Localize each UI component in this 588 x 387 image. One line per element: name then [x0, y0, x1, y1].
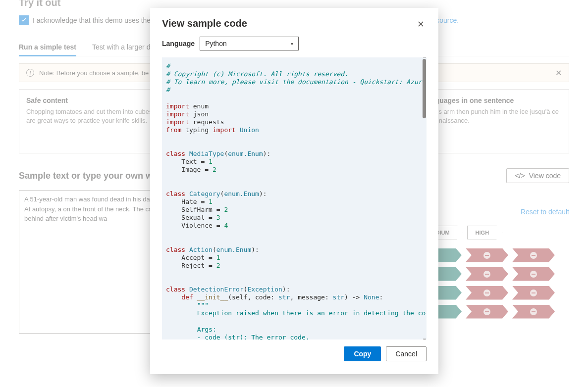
scroll-down-icon[interactable]: ▼	[423, 337, 426, 339]
view-code-modal: View sample code ✕ Language Python ▾ ▲# …	[150, 8, 438, 374]
code-viewer[interactable]: ▲# # Copyright (c) Microsoft. All rights…	[162, 57, 427, 339]
modal-header: View sample code ✕	[150, 8, 438, 37]
modal-footer: Copy Cancel	[150, 339, 438, 368]
chevron-down-icon: ▾	[291, 41, 293, 47]
modal-title: View sample code	[162, 18, 247, 29]
language-value: Python	[205, 40, 227, 48]
scrollbar-thumb[interactable]	[423, 59, 426, 118]
copy-button[interactable]: Copy	[344, 346, 381, 361]
language-label: Language	[162, 40, 195, 48]
cancel-button[interactable]: Cancel	[386, 346, 427, 361]
language-row: Language Python ▾	[150, 37, 438, 57]
language-select[interactable]: Python ▾	[200, 37, 299, 50]
close-icon[interactable]: ✕	[415, 18, 427, 31]
